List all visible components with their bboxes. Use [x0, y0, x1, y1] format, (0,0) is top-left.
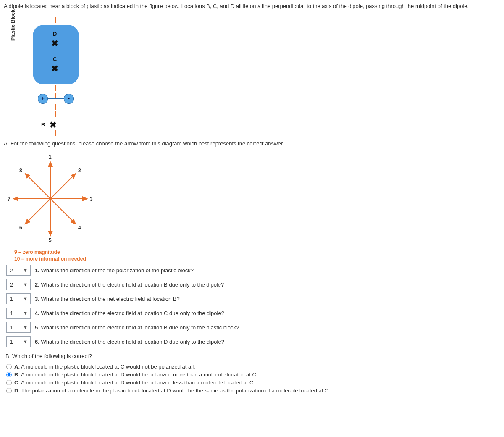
svg-line-5	[25, 199, 50, 224]
arrow-label-7: 7	[8, 196, 10, 202]
option-text: C. A molecule in the plastic block locat…	[14, 379, 255, 386]
select-q4[interactable]: 1 ▼	[6, 308, 31, 319]
radio-d[interactable]	[6, 388, 12, 393]
question-row-5: 1 ▼ 5. What is the direction of the elec…	[6, 322, 500, 333]
select-q2[interactable]: 2 ▼	[6, 279, 31, 290]
charge-plus: +	[38, 94, 48, 104]
intro-text: A dipole is located near a block of plas…	[4, 3, 500, 9]
question-row-1: 2 ▼ 1. What is the direction of the the …	[6, 265, 500, 276]
question-number: 5.	[35, 324, 39, 331]
select-value: 1	[10, 324, 13, 331]
x-mark-d: ✖	[51, 38, 58, 48]
question-text: 4. What is the direction of the electric…	[35, 310, 224, 316]
dash-segment	[55, 104, 56, 110]
question-container: A dipole is located near a block of plas…	[0, 0, 504, 403]
question-body: What is the direction of the net electri…	[39, 296, 180, 302]
legend-10: 10 – more information needed	[4, 256, 86, 262]
option-body: A molecule in the plastic block located …	[20, 379, 255, 386]
arrow-label-2: 2	[78, 168, 81, 174]
question-text: 5. What is the direction of the electric…	[35, 324, 239, 331]
dash-segment	[55, 85, 56, 91]
option-key: A.	[14, 363, 20, 370]
question-row-3: 1 ▼ 3. What is the direction of the net …	[6, 293, 500, 304]
option-d[interactable]: D. The polarization of a molecule in the…	[6, 387, 500, 394]
question-body: What is the direction of the electric fi…	[39, 282, 224, 288]
select-value: 2	[10, 267, 13, 274]
label-d: D	[53, 31, 57, 37]
x-mark-c: ✖	[51, 63, 58, 74]
arrow-label-4: 4	[78, 225, 81, 231]
question-number: 3.	[35, 296, 39, 302]
question-number: 6.	[35, 339, 39, 345]
select-value: 1	[10, 339, 13, 345]
chevron-down-icon: ▼	[23, 282, 28, 287]
dash-segment	[55, 17, 56, 23]
radio-a[interactable]	[6, 364, 12, 369]
question-number: 2.	[35, 282, 39, 288]
svg-line-7	[25, 174, 50, 199]
chevron-down-icon: ▼	[23, 311, 28, 316]
option-key: B.	[14, 371, 20, 378]
question-row-4: 1 ▼ 4. What is the direction of the elec…	[6, 308, 500, 319]
dipole-bar	[47, 98, 64, 99]
label-c: C	[53, 56, 57, 62]
figure-dipole-block: Plastic Block D ✖ C ✖ + - B ✖	[4, 11, 92, 137]
question-number: 1.	[35, 267, 39, 274]
select-value: 1	[10, 296, 13, 302]
option-c[interactable]: C. A molecule in the plastic block locat…	[6, 379, 500, 386]
option-a[interactable]: A. A molecule in the plastic block locat…	[6, 363, 500, 370]
arrows-svg	[4, 153, 97, 245]
option-body: The polarization of a molecule in the pl…	[20, 387, 330, 394]
question-text: 2. What is the direction of the electric…	[35, 282, 224, 288]
dash-segment	[55, 130, 56, 136]
chevron-down-icon: ▼	[23, 325, 28, 330]
legend-9: 9 – zero magnitude	[4, 249, 60, 255]
select-q1[interactable]: 2 ▼	[6, 265, 31, 276]
question-row-2: 2 ▼ 2. What is the direction of the elec…	[6, 279, 500, 290]
figure-arrow-compass: 1 2 3 4 5 6 7 8 9 – zero magnitude 10 – …	[4, 152, 96, 261]
select-q6[interactable]: 1 ▼	[6, 336, 31, 347]
question-body: What is the direction of the electric fi…	[39, 310, 224, 316]
plastic-block-label: Plastic Block	[10, 9, 16, 41]
option-key: C.	[14, 379, 20, 386]
select-value: 1	[10, 310, 13, 316]
question-text: 3. What is the direction of the net elec…	[35, 296, 180, 302]
section-b-prompt: B. Which of the following is correct?	[5, 353, 500, 359]
arrow-label-8: 8	[19, 168, 22, 174]
option-b[interactable]: B. A molecule in the plastic block locat…	[6, 371, 500, 378]
section-a-prompt: A. For the following questions, please c…	[4, 140, 500, 147]
option-body: A molecule in the plastic block located …	[20, 371, 258, 378]
question-row-6: 1 ▼ 6. What is the direction of the elec…	[6, 336, 500, 347]
radio-b[interactable]	[6, 372, 12, 377]
select-q3[interactable]: 1 ▼	[6, 293, 31, 304]
question-body: What is the direction of the the polariz…	[39, 267, 194, 274]
arrow-label-3: 3	[90, 196, 93, 202]
option-text: A. A molecule in the plastic block locat…	[14, 363, 195, 370]
radio-c[interactable]	[6, 380, 12, 385]
chevron-down-icon: ▼	[23, 296, 28, 301]
arrow-label-5: 5	[49, 237, 52, 243]
question-text: 6. What is the direction of the electric…	[35, 339, 224, 345]
label-b: B	[41, 121, 45, 128]
dash-segment	[55, 111, 56, 117]
svg-line-3	[50, 199, 76, 224]
svg-line-1	[50, 174, 76, 199]
charge-minus: -	[64, 94, 74, 104]
question-text: 1. What is the direction of the the pola…	[35, 267, 194, 274]
question-number: 4.	[35, 310, 39, 316]
chevron-down-icon: ▼	[23, 268, 28, 273]
option-text: D. The polarization of a molecule in the…	[14, 387, 330, 394]
question-body: What is the direction of the electric fi…	[39, 324, 239, 331]
question-body: What is the direction of the electric fi…	[39, 339, 224, 345]
arrow-label-6: 6	[19, 225, 22, 231]
option-key: D.	[14, 387, 20, 394]
arrow-label-1: 1	[49, 154, 52, 160]
option-text: B. A molecule in the plastic block locat…	[14, 371, 258, 378]
select-value: 2	[10, 282, 13, 288]
select-q5[interactable]: 1 ▼	[6, 322, 31, 333]
option-body: A molecule in the plastic block located …	[20, 363, 195, 370]
chevron-down-icon: ▼	[23, 339, 28, 344]
x-mark-b: ✖	[50, 120, 57, 130]
